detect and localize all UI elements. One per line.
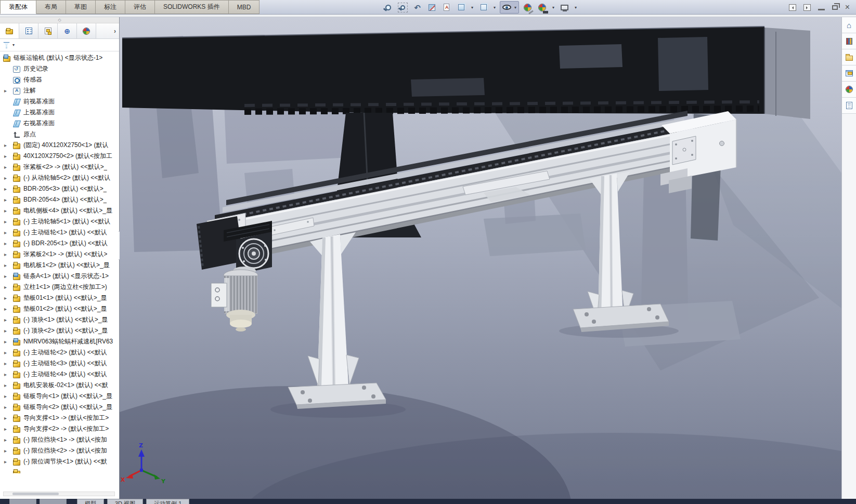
hide-show-items-dropdown-caret[interactable] bbox=[513, 4, 518, 11]
expand-arrow[interactable] bbox=[4, 437, 12, 443]
section-view-icon[interactable] bbox=[426, 2, 438, 14]
tree-item[interactable]: 传感器 bbox=[0, 74, 119, 85]
tree-item[interactable]: 电机板1<2> (默认) <<默认>_显 bbox=[0, 260, 119, 271]
display-style-dropdown-caret[interactable] bbox=[492, 4, 497, 11]
tree-item[interactable] bbox=[0, 467, 119, 473]
expand-arrow[interactable] bbox=[4, 142, 12, 148]
expand-arrow[interactable] bbox=[4, 426, 12, 432]
tree-item[interactable]: 上视基准面 bbox=[0, 107, 119, 118]
3d-views-tab[interactable]: 3D 视图 bbox=[107, 499, 143, 504]
expand-arrow[interactable] bbox=[4, 241, 12, 246]
expand-arrow[interactable] bbox=[4, 415, 12, 421]
annotation-visibility-icon[interactable] bbox=[440, 2, 452, 14]
task-pane-home[interactable]: ⌂ bbox=[842, 17, 856, 33]
expand-arrow[interactable] bbox=[4, 361, 12, 366]
view-orientation-dropdown-caret[interactable] bbox=[470, 4, 475, 11]
expand-arrow[interactable] bbox=[4, 350, 12, 355]
expand-arrow[interactable] bbox=[4, 404, 12, 410]
tree-item[interactable]: (-) 主动轮轴5<1> (默认) <<默认 bbox=[0, 216, 119, 227]
dock-left-pane-icon[interactable] bbox=[789, 4, 796, 11]
ribbon-tab[interactable]: 评估 bbox=[125, 0, 155, 14]
expand-arrow[interactable] bbox=[4, 393, 12, 399]
expand-arrow[interactable] bbox=[4, 382, 12, 388]
tree-item[interactable]: 原点 bbox=[0, 129, 119, 140]
edit-appearance-icon[interactable] bbox=[522, 2, 534, 14]
ribbon-tab[interactable]: 布局 bbox=[36, 0, 66, 14]
expand-arrow[interactable] bbox=[4, 175, 12, 181]
bottom-stub[interactable] bbox=[9, 499, 36, 504]
filter-funnel-icon[interactable] bbox=[3, 42, 10, 48]
tree-item[interactable]: 历史记录 bbox=[0, 63, 119, 74]
expand-arrow[interactable] bbox=[4, 295, 12, 301]
expand-arrow[interactable] bbox=[4, 328, 12, 334]
model-tab[interactable]: 模型 bbox=[77, 499, 104, 504]
minimize-button[interactable] bbox=[818, 9, 825, 10]
ribbon-tab[interactable]: MBD bbox=[229, 0, 260, 14]
hide-show-items-icon[interactable] bbox=[501, 2, 513, 14]
display-style-icon[interactable] bbox=[477, 2, 489, 14]
previous-view-icon[interactable]: ↶ bbox=[411, 2, 423, 14]
expand-arrow[interactable] bbox=[4, 88, 12, 94]
tree-item[interactable]: (-) BDR-205<1> (默认) <<默认 bbox=[0, 238, 119, 249]
expand-arrow[interactable] bbox=[4, 197, 12, 203]
tree-item[interactable]: (-) 主动链轮<3> (默认) <<默认 bbox=[0, 358, 119, 369]
expand-arrow[interactable] bbox=[4, 219, 12, 224]
apply-scene-icon[interactable] bbox=[536, 2, 548, 14]
expand-arrow[interactable] bbox=[4, 317, 12, 323]
tree-item[interactable]: (-) 顶块<2> (默认) <<默认>_显 bbox=[0, 325, 119, 336]
panel-splitter-handle[interactable] bbox=[0, 17, 119, 23]
task-pane-custom-properties[interactable] bbox=[842, 98, 856, 114]
ribbon-tab[interactable]: 标注 bbox=[96, 0, 125, 14]
tree-item[interactable]: 垫板01<1> (默认) <<默认>_显 bbox=[0, 293, 119, 303]
tree-item[interactable]: (-) 限位挡块<1> -> (默认<按加 bbox=[0, 434, 119, 445]
dock-right-pane-icon[interactable] bbox=[803, 4, 811, 11]
tree-item[interactable]: (-) 限位调节块<1> (默认) <<默 bbox=[0, 456, 119, 467]
expand-arrow[interactable] bbox=[4, 230, 12, 235]
dimxpert-tab[interactable]: ⊕ bbox=[58, 23, 77, 38]
tree-item[interactable]: 导向支撑<1> -> (默认<按加工> bbox=[0, 413, 119, 423]
expand-arrow[interactable] bbox=[4, 284, 12, 290]
tree-item[interactable]: 右视基准面 bbox=[0, 118, 119, 129]
tree-item[interactable]: 链条A<1> (默认) <显示状态-1> bbox=[0, 271, 119, 282]
tree-horizontal-scrollbar[interactable] bbox=[3, 492, 115, 496]
zoom-to-fit-icon[interactable] bbox=[382, 2, 394, 14]
expand-arrow[interactable] bbox=[4, 448, 12, 454]
tree-item[interactable]: 前视基准面 bbox=[0, 96, 119, 107]
expand-arrow[interactable] bbox=[4, 164, 12, 170]
filter-dropdown-caret[interactable] bbox=[11, 42, 16, 49]
expand-arrow[interactable] bbox=[4, 372, 12, 377]
ribbon-tab[interactable]: SOLIDWORKS 插件 bbox=[155, 0, 229, 14]
expand-arrow[interactable] bbox=[4, 208, 12, 214]
scrollbar-thumb[interactable] bbox=[12, 493, 59, 495]
tree-item[interactable]: 链板运输机 (默认) <显示状态-1> bbox=[0, 52, 119, 63]
bottom-stub[interactable] bbox=[40, 499, 67, 504]
zoom-to-area-icon[interactable] bbox=[397, 2, 409, 14]
tree-item[interactable]: NMRV063蜗轮蜗杆减速机[RV63 bbox=[0, 336, 119, 347]
tree-item[interactable]: 导向支撑<2> -> (默认<按加工> bbox=[0, 423, 119, 434]
expand-arrow[interactable] bbox=[4, 262, 12, 268]
restore-button[interactable] bbox=[832, 5, 838, 10]
ribbon-tab[interactable]: 装配体 bbox=[0, 0, 36, 14]
tree-item[interactable]: 40X120X2750<2> (默认<按加工 bbox=[0, 151, 119, 162]
tree-item[interactable]: 张紧板<2> -> (默认) <<默认>_ bbox=[0, 162, 119, 173]
tree-item[interactable]: 链板导向<2> (默认) <<默认>_显 bbox=[0, 402, 119, 413]
featuremanager-tab[interactable] bbox=[0, 23, 19, 38]
ribbon-tab[interactable]: 草图 bbox=[66, 0, 96, 14]
apply-scene-dropdown-caret[interactable] bbox=[551, 4, 556, 11]
tree-item[interactable]: (固定) 40X120X2750<1> (默认 bbox=[0, 140, 119, 151]
displaymanager-tab[interactable] bbox=[77, 23, 96, 38]
tree-item[interactable]: 立柱1<1> (两边立柱<按加工>) bbox=[0, 282, 119, 293]
expand-arrow[interactable] bbox=[4, 153, 12, 159]
tree-item[interactable]: 电机侧板<4> (默认) <<默认>_显 bbox=[0, 205, 119, 216]
task-pane-appearances[interactable] bbox=[842, 82, 856, 98]
tree-item[interactable]: (-) 主动链轮<2> (默认) <<默认 bbox=[0, 347, 119, 358]
tree-item[interactable]: (-) 从动轮轴5<2> (默认) <<默认 bbox=[0, 173, 119, 183]
expand-arrow[interactable] bbox=[4, 251, 12, 257]
expand-arrow[interactable] bbox=[4, 186, 12, 192]
expand-arrow[interactable] bbox=[4, 339, 12, 344]
propertymanager-tab[interactable] bbox=[19, 23, 38, 38]
tree-item[interactable]: BDR-205<4> (默认) <<默认>_ bbox=[0, 194, 119, 205]
tree-item[interactable]: 链板导向<1> (默认) <<默认>_显 bbox=[0, 391, 119, 402]
tree-item[interactable]: (-) 主动链轮<4> (默认) <<默认 bbox=[0, 369, 119, 380]
viewport-3d[interactable]: Z X Y bbox=[120, 17, 841, 499]
